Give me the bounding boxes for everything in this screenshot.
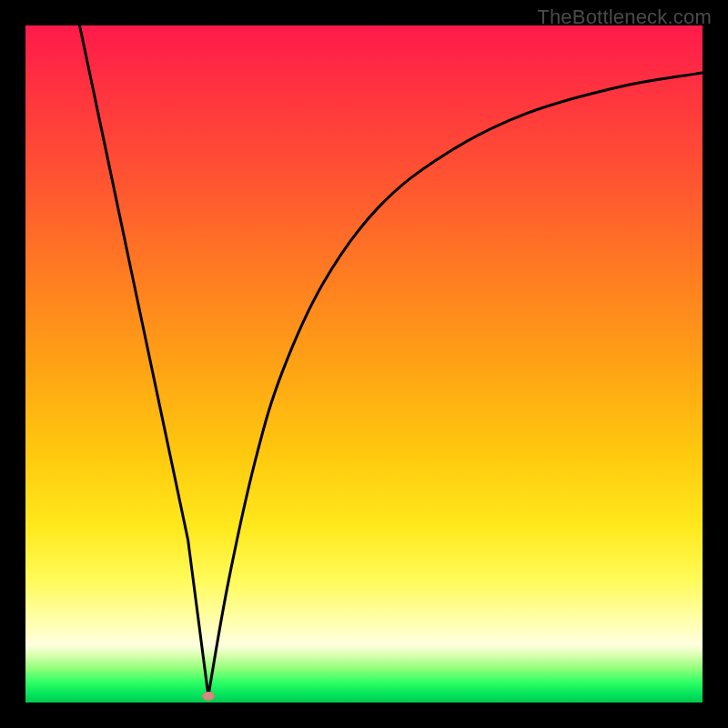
bottleneck-curve	[25, 25, 703, 703]
chart-frame: TheBottleneck.com	[0, 0, 728, 728]
minimum-marker	[202, 692, 215, 701]
plot-area	[25, 25, 703, 703]
watermark-label: TheBottleneck.com	[537, 5, 712, 29]
curve-path	[80, 25, 703, 696]
